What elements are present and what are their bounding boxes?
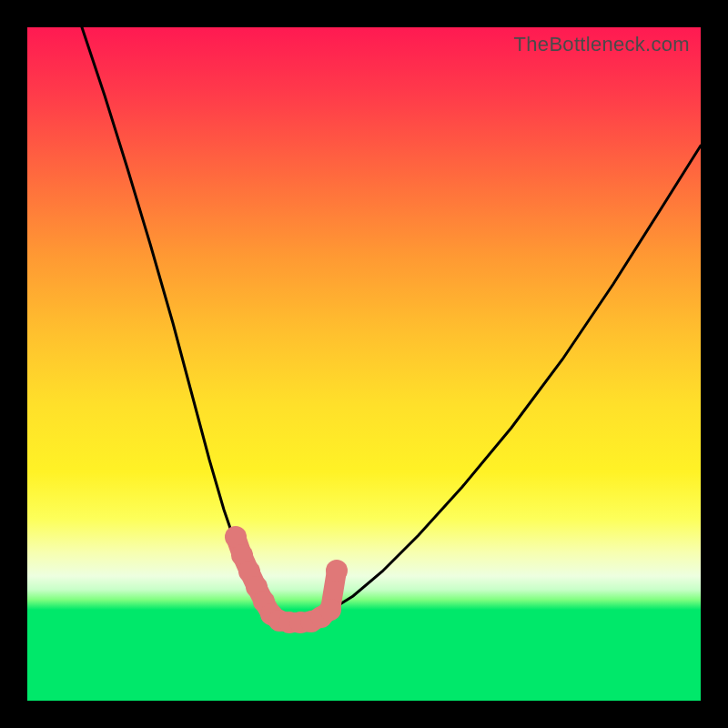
right-curve — [286, 146, 701, 619]
marker-dot — [319, 599, 341, 621]
plot-area: TheBottleneck.com — [27, 27, 701, 701]
chart-frame: TheBottleneck.com — [0, 0, 728, 728]
marker-dot — [326, 560, 348, 581]
left-curve — [82, 27, 286, 619]
curve-layer — [27, 27, 701, 701]
